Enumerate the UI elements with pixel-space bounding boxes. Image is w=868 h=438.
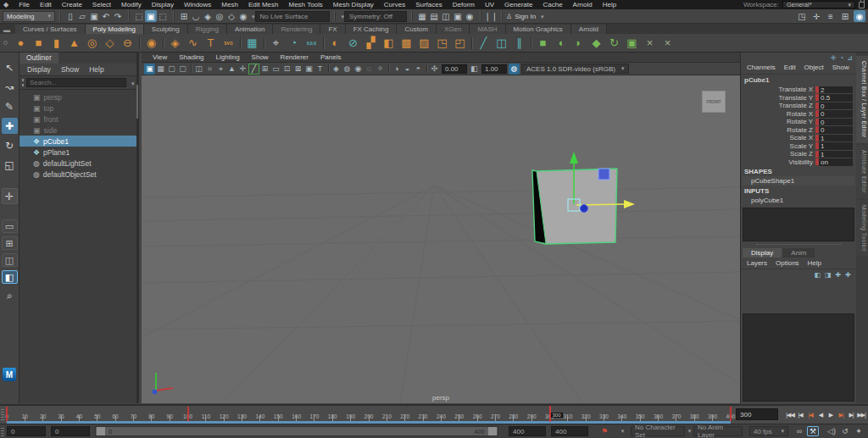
separator[interactable] xyxy=(160,35,166,52)
loop-mode-icon[interactable]: ∞ xyxy=(793,426,805,436)
menubar-item[interactable]: Edit xyxy=(35,1,57,8)
sculpt-curve-icon[interactable]: ∿ xyxy=(184,35,202,52)
outliner-menu-item[interactable]: Help xyxy=(85,65,108,74)
menubar-item[interactable]: Edit Mesh xyxy=(243,1,284,8)
snap-time-icon[interactable]: ◔ xyxy=(285,35,303,52)
outliner-item[interactable]: ▣ persp xyxy=(19,91,136,103)
anim-layer-caret[interactable] xyxy=(685,426,692,436)
scale-tool[interactable]: ◱ xyxy=(2,157,18,173)
undo-icon[interactable]: ↶ xyxy=(100,10,112,22)
search-filter-icon[interactable] xyxy=(22,79,24,86)
retopo-icon[interactable]: ▣ xyxy=(623,35,641,52)
select-component-icon[interactable]: ⬚ xyxy=(157,10,169,22)
channel-label[interactable]: Translate Y xyxy=(741,94,815,102)
channel-value-field[interactable]: 0 xyxy=(819,110,853,118)
menubar-item[interactable]: Deform xyxy=(448,1,480,8)
sync-icon[interactable]: ↺ xyxy=(839,426,851,436)
step-forward-key-button[interactable]: ▶| xyxy=(836,412,846,419)
shelf-tab[interactable]: XGen xyxy=(437,25,470,34)
outliner-item[interactable]: ❖ pCube1 xyxy=(19,136,136,147)
layer-menu-item[interactable]: Options xyxy=(771,259,804,267)
layer-editor-tab[interactable]: Display xyxy=(743,248,782,258)
connect-icon[interactable]: ▞ xyxy=(362,35,380,52)
channel-box-menu-item[interactable]: Object xyxy=(800,64,828,71)
paint-select-tool[interactable]: ✎ xyxy=(2,98,18,114)
outliner-search-input[interactable] xyxy=(26,78,126,87)
menubar-item[interactable]: Help xyxy=(598,1,621,8)
viewport-toolbar-icon[interactable]: ⌗ xyxy=(204,64,215,75)
channel-label[interactable]: Rotate X xyxy=(741,110,815,118)
channel-label[interactable]: Scale Z xyxy=(741,150,815,158)
snap-grid-icon[interactable]: ⊞ xyxy=(178,10,190,22)
play-forwards-button[interactable]: ▶ xyxy=(826,412,836,419)
range-end-grip[interactable] xyxy=(488,427,497,435)
outliner-item[interactable]: ▣ front xyxy=(19,114,136,125)
channel-label[interactable]: Rotate Y xyxy=(741,118,815,125)
new-layer-icon[interactable]: ✚ xyxy=(836,271,842,279)
color-management-icon[interactable]: ◍ xyxy=(509,64,520,75)
gamma-icon[interactable]: ◧ xyxy=(469,64,480,75)
viewport-menu-item[interactable]: Renderer xyxy=(275,53,314,61)
shelf-tab[interactable]: FX Caching xyxy=(346,25,398,34)
bool-difference-icon[interactable]: ◖ xyxy=(552,35,570,52)
bevel-icon[interactable]: ◰ xyxy=(451,35,469,52)
layout-four-pane[interactable]: ⊞ xyxy=(2,236,18,250)
time-ruler[interactable]: 0102030405060708090100110120130140150160… xyxy=(7,406,731,424)
viewport-toolbar-icon[interactable]: ⊞ xyxy=(259,64,270,75)
animation-start-field[interactable]: 0 xyxy=(7,426,46,436)
viewport-toolbar-icon[interactable]: ◍ xyxy=(342,64,353,75)
go-to-start-button[interactable]: |◀◀ xyxy=(785,412,795,419)
snap-viewplane-icon[interactable]: ◇ xyxy=(225,10,237,22)
viewport-menu-item[interactable]: View xyxy=(147,53,173,61)
menubar-item[interactable]: Curves xyxy=(379,1,410,8)
viewport-toolbar-icon[interactable]: ▭ xyxy=(270,64,281,75)
shelf-tab[interactable]: Rigging xyxy=(188,25,227,34)
menu-set-dropdown[interactable]: Modeling xyxy=(3,11,55,22)
channel-label[interactable]: Scale Y xyxy=(741,142,815,150)
select-hierarchy-icon[interactable]: ⬚ xyxy=(133,10,145,22)
outliner-item[interactable]: ◍ defaultLightSet xyxy=(19,158,136,169)
construction-axis-icon[interactable]: ⌖ xyxy=(267,35,285,52)
empty-layer-icon[interactable]: ◨ xyxy=(825,271,832,279)
separator[interactable] xyxy=(320,35,326,52)
channel-sync-icon[interactable]: ✛ xyxy=(831,54,837,62)
quad-draw-icon[interactable]: ◐ xyxy=(326,35,344,52)
layout-outliner-persp[interactable]: ◧ xyxy=(2,270,18,284)
channel-label[interactable]: Visibility xyxy=(741,158,815,166)
evaluation-mode-icon[interactable]: ✦ xyxy=(853,426,865,436)
viewport-toolbar-icon[interactable]: ◑ xyxy=(391,64,402,75)
set-key-icon[interactable]: ⚑ xyxy=(598,426,610,436)
outliner-scrollbar[interactable] xyxy=(136,85,138,119)
colorspace-dropdown[interactable]: ACES 1.0 SDR-video (sRGB) xyxy=(521,64,629,74)
platonic-solid-icon[interactable]: ◉ xyxy=(142,35,160,52)
animation-end-field[interactable]: 400 xyxy=(551,426,588,436)
crease-tool-icon[interactable]: ╱ xyxy=(475,35,492,52)
go-to-end-button[interactable]: ▶▶| xyxy=(856,412,866,419)
animation-preferences-icon[interactable]: ⚒ xyxy=(807,426,819,436)
layout-split[interactable]: ◫ xyxy=(2,253,18,267)
bridge-icon[interactable]: ◫ xyxy=(492,35,510,52)
poly-sphere-icon[interactable]: ● xyxy=(12,35,30,52)
shelf-collapse-icon[interactable]: ▬ xyxy=(3,26,10,34)
step-forward-frame-button[interactable]: ▶| xyxy=(846,412,856,419)
poly-disc-icon[interactable]: ⊖ xyxy=(119,35,136,52)
exposure-field[interactable]: 0.00 xyxy=(442,64,467,74)
viewport-toolbar-icon[interactable]: ✛ xyxy=(237,64,248,75)
zoom-tool-button[interactable]: ⌕ xyxy=(2,287,18,303)
poly-torus-icon[interactable]: ◎ xyxy=(83,35,101,52)
rangebar-drag-handle[interactable] xyxy=(1,428,4,438)
type-tool-icon[interactable]: ▦ xyxy=(243,35,261,52)
mute-audio-icon[interactable]: ◁) xyxy=(826,426,837,436)
separate-icon[interactable]: × xyxy=(659,35,676,52)
open-scene-icon[interactable]: ▱ xyxy=(76,10,88,22)
shelf-tab[interactable]: Motion Graphics xyxy=(506,25,571,34)
channel-value-field[interactable]: on xyxy=(819,158,853,166)
channel-box-menu-item[interactable]: Edit xyxy=(780,64,800,71)
multi-cut-icon[interactable]: ⊘ xyxy=(344,35,362,52)
step-back-key-button[interactable]: |◀ xyxy=(805,412,815,419)
viewport-toolbar-icon[interactable]: ▣ xyxy=(303,64,314,75)
outliner-menu-item[interactable]: Show xyxy=(57,65,83,74)
poly-cylinder-icon[interactable]: ▮ xyxy=(47,35,65,52)
menubar-item[interactable]: Select xyxy=(87,1,116,8)
channel-value-field[interactable]: 0.5 xyxy=(819,94,853,102)
